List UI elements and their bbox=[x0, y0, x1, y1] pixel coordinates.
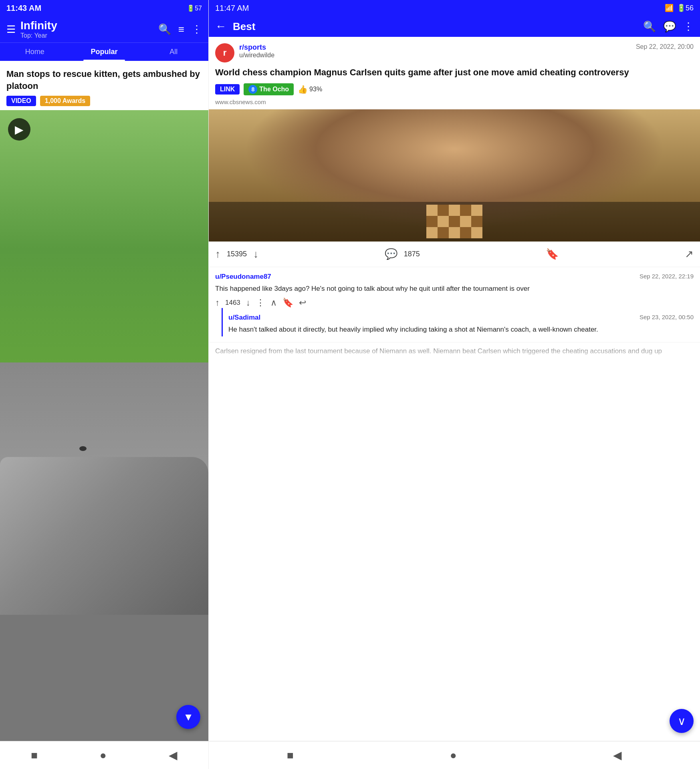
upvote-icon[interactable]: ↑ bbox=[215, 248, 220, 260]
right-status-bar: 11:47 AM 📶 🔋56 bbox=[209, 0, 700, 16]
app-title: Infinity bbox=[20, 19, 153, 32]
tabs: Home Popular All bbox=[0, 42, 208, 61]
nav-circle-icon[interactable]: ● bbox=[100, 749, 107, 762]
comment-1-actions: ↑ 1463 ↓ ⋮ ∧ 🔖 ↩ bbox=[215, 298, 694, 308]
post-tags: LINK 8 The Ocho 👍 93% bbox=[209, 83, 700, 99]
ocho-label: The Ocho bbox=[259, 86, 289, 93]
scroll-down-icon: ∨ bbox=[678, 715, 686, 728]
comment-1-user[interactable]: u/Pseudoname87 bbox=[215, 273, 271, 281]
menu-icon[interactable]: ☰ bbox=[6, 23, 16, 36]
right-bottom-nav: ■ ● ◀ bbox=[209, 741, 700, 769]
right-panel: 11:47 AM 📶 🔋56 ← Best 🔍 💬 ⋮ r r/sports u… bbox=[208, 0, 700, 769]
search-icon[interactable]: 🔍 bbox=[158, 23, 171, 36]
video-badge: VIDEO bbox=[6, 96, 36, 106]
right-nav-square-icon[interactable]: ■ bbox=[287, 749, 294, 762]
right-more-icon[interactable]: ⋮ bbox=[683, 20, 694, 33]
left-time: 11:43 AM bbox=[6, 4, 41, 13]
signal-icon: 📶 bbox=[665, 4, 674, 12]
comment-collapse-icon[interactable]: ∧ bbox=[270, 298, 277, 308]
thumbs-up-icon: 👍 bbox=[298, 85, 308, 94]
comment-1: u/Pseudoname87 Sep 22, 2022, 22:19 This … bbox=[209, 267, 700, 342]
left-status-bar: 11:43 AM 🔋57 bbox=[0, 0, 208, 16]
tag-ocho[interactable]: 8 The Ocho bbox=[244, 83, 294, 95]
comment-1-header: u/Pseudoname87 Sep 22, 2022, 22:19 bbox=[215, 273, 694, 281]
video-thumbnail bbox=[0, 110, 208, 741]
filter-fab-icon: ▼ bbox=[183, 711, 194, 723]
nested-comment-1-text: He hasn't talked about it directly, but … bbox=[228, 325, 694, 335]
upvote-count: 15395 bbox=[227, 250, 247, 258]
right-top-icons: 🔍 💬 ⋮ bbox=[643, 20, 694, 33]
battery-icon: 🔋57 bbox=[187, 4, 202, 12]
post-title: Man stops to rescue kitten, gets ambushe… bbox=[6, 68, 202, 92]
play-button[interactable]: ▶ bbox=[8, 118, 30, 141]
subreddit-name[interactable]: r/sports bbox=[239, 43, 631, 52]
right-status-icons: 📶 🔋56 bbox=[665, 4, 694, 12]
tag-link[interactable]: LINK bbox=[215, 84, 240, 95]
nav-back-icon[interactable]: ◀ bbox=[169, 749, 178, 762]
tab-all[interactable]: All bbox=[139, 43, 208, 61]
vote-percent: 93% bbox=[309, 86, 322, 93]
sub-title: Top: Year bbox=[20, 32, 153, 39]
share-icon[interactable]: ↗ bbox=[685, 248, 694, 260]
page-title: Best bbox=[233, 20, 637, 33]
post-timestamp: Sep 22, 2022, 20:00 bbox=[636, 43, 694, 50]
comment-vote-count: 1463 bbox=[225, 299, 240, 307]
comment-reply-icon[interactable]: ↩ bbox=[299, 298, 306, 308]
comment-upvote-icon[interactable]: ↑ bbox=[215, 298, 220, 308]
badges: VIDEO 1,000 Awards bbox=[6, 96, 202, 106]
nested-comment-1-user[interactable]: u/Sadimal bbox=[228, 314, 260, 322]
awards-badge: 1,000 Awards bbox=[40, 96, 90, 106]
left-top-bar: ☰ Infinity Top: Year 🔍 ≡ ⋮ bbox=[0, 16, 208, 42]
bottom-spacer bbox=[209, 360, 700, 393]
battery-right-icon: 🔋56 bbox=[677, 4, 694, 12]
top-bar-icons: 🔍 ≡ ⋮ bbox=[158, 23, 202, 36]
left-status-icons: 🔋57 bbox=[187, 4, 202, 12]
scroll-fab[interactable]: ∨ bbox=[670, 709, 694, 733]
comment-downvote-icon[interactable]: ↓ bbox=[246, 298, 250, 308]
nested-comment-1: u/Sadimal Sep 23, 2022, 00:50 He hasn't … bbox=[222, 308, 694, 336]
left-panel: 11:43 AM 🔋57 ☰ Infinity Top: Year 🔍 ≡ ⋮ … bbox=[0, 0, 208, 769]
back-button[interactable]: ← bbox=[215, 20, 226, 33]
subreddit-avatar: r bbox=[215, 43, 234, 62]
post-title-area: Man stops to rescue kitten, gets ambushe… bbox=[0, 61, 208, 110]
post-username[interactable]: u/wiredwilde bbox=[239, 52, 631, 59]
chess-image bbox=[209, 109, 700, 242]
right-nav-back-icon[interactable]: ◀ bbox=[613, 749, 622, 762]
filter-fab[interactable]: ▼ bbox=[176, 705, 200, 729]
downvote-icon[interactable]: ↓ bbox=[253, 248, 258, 260]
right-search-icon[interactable]: 🔍 bbox=[643, 20, 656, 33]
action-bar: ↑ 15395 ↓ 💬 1875 🔖 ↗ bbox=[209, 242, 700, 267]
right-top-bar: ← Best 🔍 💬 ⋮ bbox=[209, 16, 700, 37]
post-meta: r/sports u/wiredwilde bbox=[239, 43, 631, 59]
bookmark-icon[interactable]: 🔖 bbox=[546, 248, 559, 260]
right-chat-icon[interactable]: 💬 bbox=[663, 20, 676, 33]
right-time: 11:47 AM bbox=[215, 4, 249, 13]
source-url: www.cbsnews.com bbox=[209, 99, 700, 109]
filter-icon[interactable]: ≡ bbox=[178, 23, 184, 36]
title-group: Infinity Top: Year bbox=[20, 19, 153, 39]
bottom-nav: ■ ● ◀ bbox=[0, 741, 208, 769]
tab-popular[interactable]: Popular bbox=[69, 43, 139, 61]
comment-bookmark-icon[interactable]: 🔖 bbox=[282, 298, 293, 308]
right-nav-circle-icon[interactable]: ● bbox=[450, 749, 457, 762]
ocho-number: 8 bbox=[248, 85, 257, 94]
more-icon[interactable]: ⋮ bbox=[192, 23, 202, 36]
comment-icon[interactable]: 💬 bbox=[385, 248, 397, 260]
comment-count: 1875 bbox=[404, 250, 420, 258]
comment-1-time: Sep 22, 2022, 22:19 bbox=[639, 273, 694, 281]
nav-square-icon[interactable]: ■ bbox=[31, 749, 38, 762]
post-header: r r/sports u/wiredwilde Sep 22, 2022, 20… bbox=[209, 37, 700, 66]
comment-1-text: This happened like 3days ago? He's not g… bbox=[215, 284, 694, 294]
nested-comment-1-header: u/Sadimal Sep 23, 2022, 00:50 bbox=[228, 314, 694, 322]
video-area[interactable]: ▶ ▼ bbox=[0, 110, 208, 741]
tab-home[interactable]: Home bbox=[0, 43, 69, 61]
post-headline: World chess champion Magnus Carlsen quit… bbox=[209, 66, 700, 83]
comment-more-icon[interactable]: ⋮ bbox=[256, 298, 265, 308]
vote-percent-tag: 👍 93% bbox=[298, 85, 322, 94]
faded-comment-text: Carlsen resigned from the last tournamen… bbox=[209, 342, 700, 360]
nested-comment-1-time: Sep 23, 2022, 00:50 bbox=[639, 314, 694, 322]
post-content: r r/sports u/wiredwilde Sep 22, 2022, 20… bbox=[209, 37, 700, 741]
